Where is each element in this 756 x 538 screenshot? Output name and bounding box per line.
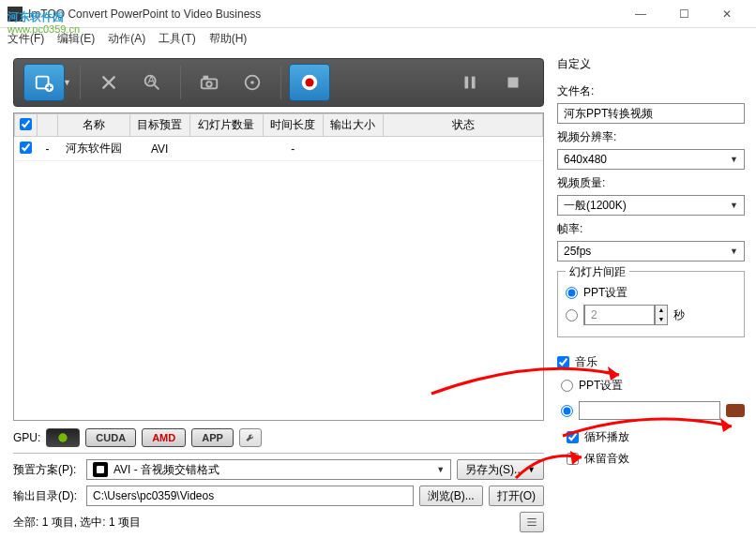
open-button[interactable]: 打开(O) xyxy=(489,486,544,506)
cell-outsize xyxy=(323,137,383,161)
col-outsize[interactable]: 输出大小 xyxy=(323,114,383,137)
dropdown-icon: ▼ xyxy=(436,465,445,474)
quality-select[interactable]: 一般(1200K)▼ xyxy=(557,195,745,216)
col-name[interactable]: 名称 xyxy=(58,114,130,137)
camera-button[interactable] xyxy=(189,64,230,101)
gpu-row: GPU: CUDA AMD APP xyxy=(13,426,544,449)
outdir-input[interactable] xyxy=(86,486,414,506)
interval-legend: 幻灯片间距 xyxy=(566,264,629,280)
add-file-button[interactable] xyxy=(23,64,65,101)
interval-ppt-label: PPT设置 xyxy=(583,285,627,301)
svg-point-6 xyxy=(206,82,212,87)
app-icon xyxy=(8,7,23,22)
svg-point-14 xyxy=(59,433,68,441)
interval-ppt-radio[interactable] xyxy=(566,287,578,299)
svg-rect-5 xyxy=(204,76,209,80)
outdir-label: 输出目录(D): xyxy=(13,488,81,504)
cell-target: AVI xyxy=(129,137,189,161)
menu-tools[interactable]: 工具(T) xyxy=(159,31,195,47)
keep-audio-label: 保留音效 xyxy=(584,451,629,467)
custom-title: 自定义 xyxy=(557,56,745,72)
profile-label: 预置方案(P): xyxy=(13,462,81,478)
music-label: 音乐 xyxy=(575,354,597,370)
file-table: 名称 目标预置 幻灯片数量 时间长度 输出大小 状态 - 河东软件园 AVI xyxy=(13,112,544,421)
svg-text:A: A xyxy=(147,74,155,85)
delete-button[interactable] xyxy=(88,64,129,101)
interval-seconds-radio[interactable] xyxy=(566,309,578,321)
interval-fieldset: 幻灯片间距 PPT设置 ▲▼ 秒 xyxy=(557,271,745,337)
music-checkbox[interactable] xyxy=(557,356,569,368)
titlebar: ImTOO Convert PowerPoint to Video Busine… xyxy=(0,0,756,28)
resolution-label: 视频分辨率: xyxy=(557,129,745,145)
detail-button[interactable] xyxy=(520,512,544,532)
loop-label: 循环播放 xyxy=(584,429,629,445)
music-ppt-label: PPT设置 xyxy=(579,378,623,394)
gpu-settings-button[interactable] xyxy=(239,428,262,447)
cell-slides xyxy=(189,137,263,161)
filename-label: 文件名: xyxy=(557,83,745,99)
minimize-button[interactable]: — xyxy=(619,0,662,28)
row-checkbox[interactable] xyxy=(20,142,32,154)
profile-select[interactable]: AVI - 音视频交错格式 ▼ xyxy=(86,459,451,480)
menu-help[interactable]: 帮助(H) xyxy=(209,31,248,47)
list-icon xyxy=(525,516,538,529)
window-title: ImTOO Convert PowerPoint to Video Busine… xyxy=(28,7,619,21)
music-file-input[interactable] xyxy=(579,401,720,420)
col-slides[interactable]: 幻灯片数量 xyxy=(189,114,263,137)
gpu-app-button[interactable]: APP xyxy=(191,428,234,447)
svg-point-8 xyxy=(250,81,254,84)
fps-label: 帧率: xyxy=(557,221,745,237)
status-text: 全部: 1 项目, 选中: 1 项目 xyxy=(13,515,141,531)
maximize-button[interactable]: ☐ xyxy=(662,0,705,28)
filename-input[interactable] xyxy=(557,103,745,124)
music-ppt-radio[interactable] xyxy=(561,380,573,392)
profile-format-icon xyxy=(93,462,108,477)
svg-rect-11 xyxy=(465,77,469,89)
col-status[interactable]: 状态 xyxy=(384,114,543,137)
cell-duration: - xyxy=(263,137,323,161)
browse-button[interactable]: 浏览(B)... xyxy=(419,486,483,506)
seconds-unit: 秒 xyxy=(673,307,685,323)
saveas-button[interactable]: 另存为(S)...▼ xyxy=(457,459,544,480)
music-file-radio[interactable] xyxy=(561,405,573,417)
table-row[interactable]: - 河东软件园 AVI - xyxy=(15,137,543,161)
menu-file[interactable]: 文件(F) xyxy=(8,31,44,47)
search-button[interactable]: A xyxy=(131,64,173,101)
menu-action[interactable]: 动作(A) xyxy=(108,31,145,47)
record-button[interactable] xyxy=(289,64,330,101)
resolution-select[interactable]: 640x480▼ xyxy=(557,149,745,170)
add-dropdown-icon[interactable]: ▼ xyxy=(63,78,72,87)
keep-audio-checkbox[interactable] xyxy=(567,453,579,465)
toolbar: ▼ A xyxy=(13,58,544,107)
cell-status xyxy=(384,137,543,161)
close-button[interactable]: ✕ xyxy=(705,0,748,28)
select-all-checkbox[interactable] xyxy=(20,118,32,130)
svg-rect-13 xyxy=(508,78,519,88)
gpu-nvidia-icon[interactable] xyxy=(46,428,80,447)
interval-seconds-spinner[interactable]: ▲▼ xyxy=(583,305,668,325)
col-duration[interactable]: 时间长度 xyxy=(263,114,323,137)
quality-label: 视频质量: xyxy=(557,175,745,191)
custom-panel: 自定义 文件名: 视频分辨率: 640x480▼ 视频质量: 一般(1200K)… xyxy=(550,49,756,538)
gpu-cuda-button[interactable]: CUDA xyxy=(85,428,136,447)
profile-value: AVI - 音视频交错格式 xyxy=(113,462,219,478)
svg-rect-12 xyxy=(472,77,476,89)
cell-name: 河东软件园 xyxy=(58,137,130,161)
pause-button[interactable] xyxy=(449,64,491,101)
music-browse-button[interactable] xyxy=(726,404,745,417)
menu-edit[interactable]: 编辑(E) xyxy=(57,31,95,47)
gpu-amd-button[interactable]: AMD xyxy=(142,428,186,447)
disc-button[interactable] xyxy=(232,64,273,101)
col-target[interactable]: 目标预置 xyxy=(129,114,189,137)
menubar: 文件(F) 编辑(E) 动作(A) 工具(T) 帮助(H) xyxy=(0,28,756,49)
fps-select[interactable]: 25fps▼ xyxy=(557,241,745,262)
stop-button[interactable] xyxy=(492,64,534,101)
svg-point-10 xyxy=(305,78,313,86)
wrench-icon xyxy=(244,431,257,444)
loop-checkbox[interactable] xyxy=(567,431,579,443)
gpu-label: GPU: xyxy=(13,431,40,444)
